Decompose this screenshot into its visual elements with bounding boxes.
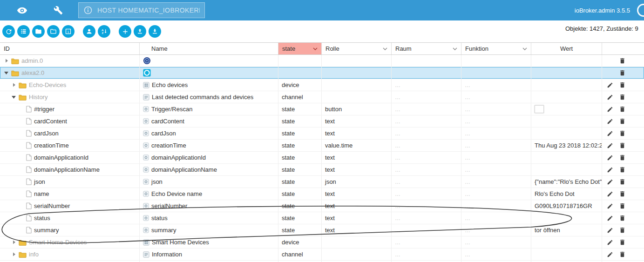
- table-row[interactable]: summarysummarystatetext……tor öffnen: [0, 224, 644, 236]
- file-icon: [26, 118, 32, 125]
- collapse-all-button[interactable]: [47, 25, 60, 38]
- edit-button[interactable]: [606, 94, 614, 101]
- table-row[interactable]: Echo-DevicesEcho devicesdevice……: [0, 79, 644, 91]
- eye-icon[interactable]: [16, 4, 28, 16]
- file-icon: [26, 106, 32, 113]
- room-cell: …: [392, 79, 461, 91]
- delete-button[interactable]: [618, 130, 626, 137]
- delete-button[interactable]: [618, 106, 626, 113]
- name-cell: Last detected commands and devices: [140, 91, 278, 103]
- table-row[interactable]: cardJsoncardJsonstatetext……: [0, 128, 644, 140]
- edit-button[interactable]: [606, 178, 614, 186]
- edit-button[interactable]: [606, 81, 614, 89]
- edit-button[interactable]: [606, 106, 614, 113]
- one-icon: 1: [65, 28, 72, 35]
- download-objects-button[interactable]: [149, 25, 161, 38]
- toolbar-buttons: 1AZ: [2, 25, 161, 38]
- table-row[interactable]: HistoryLast detected commands and device…: [0, 91, 644, 103]
- edit-button[interactable]: [606, 239, 614, 246]
- object-tree: admin.0alexa2.0Echo-DevicesEcho devicesd…: [0, 55, 644, 262]
- function-cell: …: [461, 212, 531, 224]
- object-name: Last detected commands and devices: [152, 94, 253, 101]
- delete-button[interactable]: [618, 94, 626, 101]
- file-icon: [26, 166, 32, 173]
- host-select[interactable]: HOST HOMEMATIC_IOBROKERPI: [78, 2, 205, 18]
- function-cell: [461, 67, 531, 79]
- edit-button[interactable]: [606, 118, 614, 125]
- table-row[interactable]: creationTimecreationTimestatevalue.time……: [0, 140, 644, 152]
- delete-button[interactable]: [618, 227, 626, 234]
- column-filter-type[interactable]: state: [278, 43, 322, 54]
- delete-button[interactable]: [618, 178, 626, 186]
- delete-button[interactable]: [618, 166, 626, 174]
- expand-all-button[interactable]: [32, 25, 45, 38]
- value-toggle-box[interactable]: [535, 105, 544, 113]
- edit-button[interactable]: [606, 142, 614, 149]
- table-row[interactable]: admin.0: [0, 55, 644, 67]
- table-row[interactable]: statusstatusstatetext……: [0, 212, 644, 224]
- access-rights-button[interactable]: [83, 25, 95, 38]
- delete-button[interactable]: [618, 251, 626, 258]
- delete-button[interactable]: [618, 239, 626, 246]
- file-icon: [26, 142, 32, 149]
- table-row[interactable]: domainApplicationNamedomainApplicationNa…: [0, 164, 644, 176]
- toolbar: 1AZ Objekte: 1427, Zustände: 9: [0, 20, 644, 42]
- expand-arrow-icon[interactable]: [11, 252, 16, 256]
- add-object-button[interactable]: [119, 25, 131, 38]
- refresh-button[interactable]: [2, 25, 15, 38]
- object-id: creationTime: [34, 142, 69, 149]
- actions-cell: [602, 140, 644, 151]
- expand-arrow-icon[interactable]: [11, 240, 16, 244]
- delete-button[interactable]: [618, 142, 626, 149]
- actions-cell: [602, 152, 644, 163]
- wrench-icon[interactable]: [52, 4, 64, 16]
- sort-button[interactable]: AZ: [98, 25, 110, 38]
- delete-button[interactable]: [618, 190, 626, 198]
- table-row[interactable]: infoInformationchannel……: [0, 249, 644, 261]
- table-row[interactable]: Smart-Home-DevicesSmart Home Devicesdevi…: [0, 236, 644, 249]
- delete-button[interactable]: [618, 202, 626, 210]
- expand-level-1-button[interactable]: 1: [62, 25, 75, 38]
- table-row[interactable]: jsonjsonstatejson……{"name":"Rlo's Echo D…: [0, 176, 644, 188]
- table-row[interactable]: #triggerTrigger/Rescanstatebutton……: [0, 103, 644, 115]
- table-row[interactable]: nameEcho Device namestatetext……Rlo's Ech…: [0, 188, 644, 200]
- function-placeholder: …: [465, 179, 470, 185]
- column-filter-role[interactable]: Rolle: [322, 43, 392, 54]
- edit-button[interactable]: [606, 166, 614, 174]
- edit-button[interactable]: [606, 154, 614, 161]
- collapse-arrow-icon[interactable]: [11, 95, 16, 99]
- delete-button[interactable]: [618, 81, 626, 89]
- delete-button[interactable]: [618, 57, 626, 65]
- delete-button[interactable]: [618, 215, 626, 222]
- object-id: name: [34, 190, 49, 197]
- function-placeholder: …: [465, 167, 470, 173]
- chevron-down-icon: [313, 47, 318, 50]
- expand-arrow-icon[interactable]: [4, 59, 9, 63]
- actions-cell: [602, 55, 644, 67]
- file-icon: [26, 227, 32, 234]
- table-row[interactable]: cardContentcardContentstatetext……: [0, 115, 644, 128]
- table-row[interactable]: domainApplicationIddomainApplicationIdst…: [0, 152, 644, 164]
- type-cell: [278, 67, 322, 79]
- delete-button[interactable]: [618, 69, 626, 77]
- delete-button[interactable]: [618, 154, 626, 161]
- id-cell: Smart-Home-Devices: [0, 236, 140, 248]
- upload-objects-button[interactable]: [134, 25, 146, 38]
- edit-button[interactable]: [606, 130, 614, 137]
- column-filter-room[interactable]: Raum: [392, 43, 461, 54]
- delete-button[interactable]: [618, 118, 626, 125]
- edit-button[interactable]: [606, 190, 614, 198]
- type-cell: state: [278, 188, 322, 200]
- table-row[interactable]: serialNumberserialNumberstatetext……G090L…: [0, 200, 644, 212]
- edit-button[interactable]: [606, 251, 614, 258]
- column-filter-function[interactable]: Funktion: [461, 43, 531, 54]
- id-cell: info: [0, 249, 140, 260]
- list-view-button[interactable]: [17, 25, 30, 38]
- edit-button[interactable]: [606, 227, 614, 234]
- expand-arrow-icon[interactable]: [11, 83, 16, 87]
- edit-button[interactable]: [606, 215, 614, 222]
- host-select-value: HOST HOMEMATIC_IOBROKERPI: [97, 7, 200, 14]
- edit-button[interactable]: [606, 202, 614, 210]
- collapse-arrow-icon[interactable]: [4, 71, 9, 75]
- table-row[interactable]: alexa2.0: [0, 67, 644, 79]
